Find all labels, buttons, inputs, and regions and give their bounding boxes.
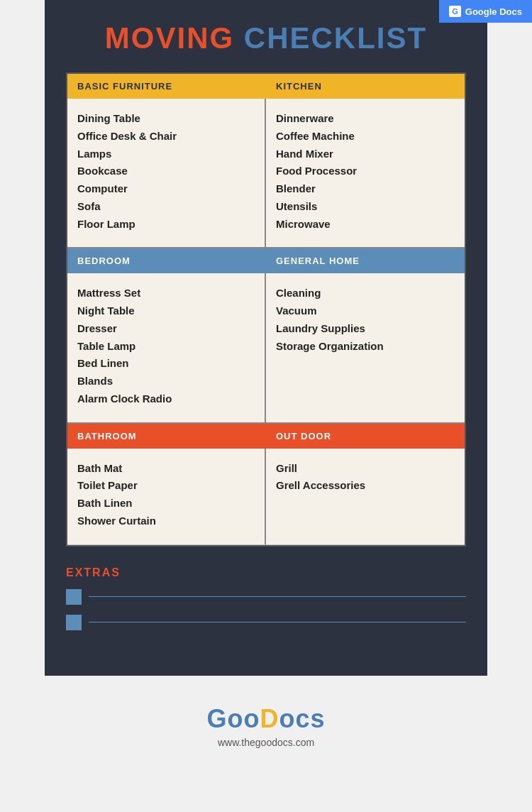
section-body-bedroom: Mattress Set Night Table Dresser Table L…	[67, 273, 266, 423]
list-item: Grill	[276, 460, 455, 478]
extras-checkbox-1[interactable]	[66, 589, 82, 605]
section-outdoor: OUT DOOR Grill Grell Accessories	[266, 424, 465, 545]
section-body-basic-furniture: Dining Table Office Desk & Chair Lamps B…	[67, 99, 266, 248]
section-general-home: GENERAL HOME Cleaning Vacuum Laundry Sup…	[266, 248, 465, 423]
footer-url: www.thegoodocs.com	[0, 737, 532, 748]
google-docs-badge: G Google Docs	[439, 0, 532, 23]
list-item: Computer	[77, 180, 255, 198]
list-item: Dresser	[77, 320, 255, 338]
extras-section: EXTRAS	[66, 566, 466, 630]
footer-logo: GooDocs	[0, 704, 532, 734]
extras-input-row-2	[66, 615, 466, 630]
section-body-outdoor: Grill Grell Accessories	[266, 449, 465, 545]
general-home-list: Cleaning Vacuum Laundry Supplies Storage…	[276, 285, 455, 355]
list-item: Laundry Supplies	[276, 320, 455, 338]
title-moving: MOVING	[105, 21, 234, 55]
extras-title: EXTRAS	[66, 566, 466, 579]
section-header-kitchen: KITCHEN	[266, 74, 465, 99]
list-item: Bath Mat	[77, 460, 255, 478]
kitchen-list: Dinnerware Coffee Machine Hand Mixer Foo…	[276, 110, 455, 233]
list-item: Cleaning	[276, 285, 455, 302]
list-item: Coffee Machine	[276, 128, 455, 146]
list-item: Hand Mixer	[276, 146, 455, 163]
list-item: Dinnerware	[276, 110, 455, 128]
list-item: Microwave	[276, 216, 455, 234]
list-item: Bath Linen	[77, 495, 255, 512]
list-item: Grell Accessories	[276, 477, 455, 495]
list-item: Office Desk & Chair	[77, 128, 255, 146]
list-item: Toilet Paper	[77, 477, 255, 495]
section-header-outdoor: OUT DOOR	[266, 424, 465, 449]
list-item: Mattress Set	[77, 285, 255, 302]
list-item: Blands	[77, 373, 255, 390]
logo-prefix: Goo	[206, 704, 260, 733]
list-item: Lamps	[77, 146, 255, 163]
extras-input-row-1	[66, 589, 466, 605]
extras-line-2	[89, 622, 466, 622]
section-header-bedroom: BEDROOM	[67, 248, 266, 273]
section-bedroom: BEDROOM Mattress Set Night Table Dresser…	[67, 248, 266, 423]
list-item: Food Processor	[276, 163, 455, 180]
google-docs-label: Google Docs	[465, 6, 522, 17]
document-title: MOVING CHECKLIST	[66, 21, 466, 55]
list-item: Night Table	[77, 302, 255, 320]
list-item: Storage Organization	[276, 338, 455, 356]
title-checklist: CHECKLIST	[244, 21, 427, 55]
list-item: Dining Table	[77, 110, 255, 128]
section-kitchen: KITCHEN Dinnerware Coffee Machine Hand M…	[266, 74, 465, 248]
list-item: Blender	[276, 180, 455, 198]
checklist-grid: BASIC FURNITURE Dining Table Office Desk…	[66, 72, 466, 547]
list-item: Vacuum	[276, 302, 455, 320]
section-basic-furniture: BASIC FURNITURE Dining Table Office Desk…	[67, 74, 266, 248]
logo-suffix: ocs	[279, 704, 325, 733]
extras-checkbox-2[interactable]	[66, 615, 82, 630]
document-container: MOVING CHECKLIST BASIC FURNITURE Dining …	[45, 0, 487, 676]
section-body-kitchen: Dinnerware Coffee Machine Hand Mixer Foo…	[266, 99, 465, 248]
section-body-bathroom: Bath Mat Toilet Paper Bath Linen Shower …	[67, 449, 266, 545]
list-item: Bed Linen	[77, 355, 255, 373]
bedroom-list: Mattress Set Night Table Dresser Table L…	[77, 285, 255, 407]
list-item: Utensils	[276, 198, 455, 216]
basic-furniture-list: Dining Table Office Desk & Chair Lamps B…	[77, 110, 255, 233]
section-header-basic-furniture: BASIC FURNITURE	[67, 74, 266, 99]
list-item: Shower Curtain	[77, 512, 255, 530]
section-header-general-home: GENERAL HOME	[266, 248, 465, 273]
google-g-icon: G	[449, 6, 461, 17]
list-item: Alarm Clock Radio	[77, 390, 255, 408]
section-header-bathroom: BATHROOM	[67, 424, 266, 449]
bathroom-list: Bath Mat Toilet Paper Bath Linen Shower …	[77, 460, 255, 530]
outdoor-list: Grill Grell Accessories	[276, 460, 455, 495]
list-item: Floor Lamp	[77, 216, 255, 234]
list-item: Bookcase	[77, 163, 255, 180]
footer: GooDocs www.thegoodocs.com	[0, 676, 532, 762]
list-item: Sofa	[77, 198, 255, 216]
list-item: Table Lamp	[77, 338, 255, 356]
extras-line-1	[89, 596, 466, 597]
section-bathroom: BATHROOM Bath Mat Toilet Paper Bath Line…	[67, 424, 266, 545]
section-body-general-home: Cleaning Vacuum Laundry Supplies Storage…	[266, 273, 465, 423]
logo-oo: D	[260, 704, 279, 733]
